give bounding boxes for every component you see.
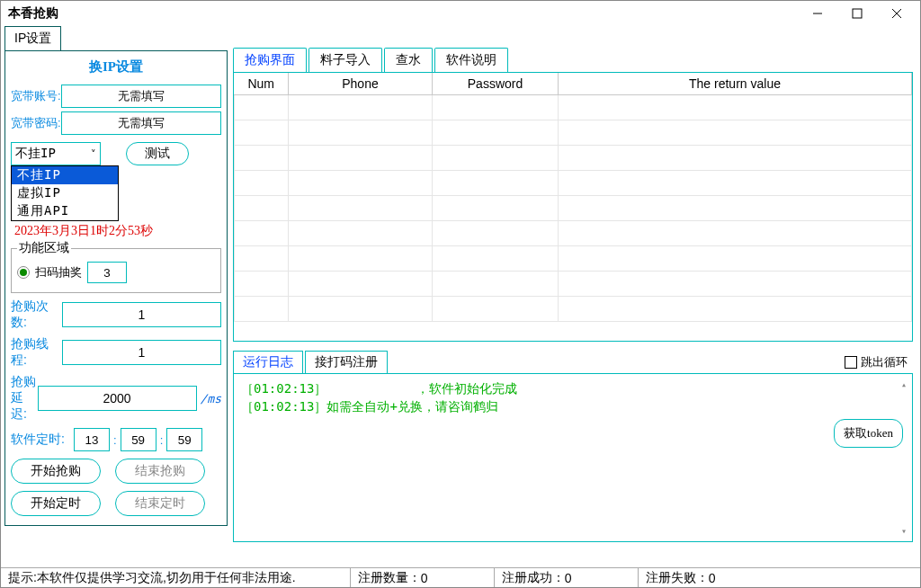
log-scrollbar[interactable]: ▴ ▾: [898, 379, 910, 536]
accounts-table[interactable]: Num Phone Password The return value: [233, 72, 913, 342]
th-phone: Phone: [289, 73, 433, 95]
broadband-pwd-label: 宽带密码:: [11, 115, 61, 131]
test-button[interactable]: 测试: [126, 142, 189, 165]
ip-mode-option-2[interactable]: 通用API: [12, 202, 118, 220]
tab-import[interactable]: 料子导入: [308, 48, 382, 72]
break-loop-checkbox[interactable]: [845, 356, 857, 369]
tab-run-log[interactable]: 运行日志: [233, 351, 303, 373]
th-return: The return value: [559, 73, 912, 95]
status-reg-fail: 注册失败：0: [638, 568, 782, 587]
th-num: Num: [235, 73, 289, 95]
ip-mode-option-1[interactable]: 虚拟IP: [12, 184, 118, 202]
status-reg-count: 注册数量：0: [350, 568, 494, 587]
broadband-user-label: 宽带账号:: [11, 88, 61, 104]
svg-rect-1: [853, 9, 862, 18]
timer-label: 软件定时:: [11, 432, 74, 448]
minimize-button[interactable]: [798, 1, 837, 26]
tab-help[interactable]: 软件说明: [434, 48, 508, 72]
timer-hour[interactable]: [74, 428, 110, 451]
delay-unit: /ms: [201, 392, 221, 405]
ip-mode-dropdown: 不挂IP 虚拟IP 通用API: [11, 165, 119, 221]
log-box[interactable]: ［01:02:13］，软件初始化完成 ［01:02:13］如需全自动+兑换，请咨…: [233, 373, 913, 542]
ip-mode-select[interactable]: 不挂IP: [11, 142, 101, 165]
timer-sec[interactable]: [166, 428, 202, 451]
get-token-button[interactable]: 获取token: [834, 419, 903, 448]
stop-timer-button[interactable]: 结束定时: [115, 491, 205, 516]
broadband-pwd-input[interactable]: [61, 111, 221, 135]
function-group: 功能区域 扫码抽奖: [11, 248, 221, 293]
scan-lottery-label: 扫码抽奖: [35, 264, 82, 281]
titlebar: 本香抢购: [1, 1, 920, 26]
buy-delay-input[interactable]: [38, 386, 197, 411]
tab-ip-settings[interactable]: IP设置: [4, 26, 61, 50]
th-password: Password: [433, 73, 559, 95]
window-buttons: [798, 1, 917, 26]
status-tip: 提示:本软件仅提供学习交流,切勿用于任何非法用途.: [1, 568, 350, 587]
right-panel: 抢购界面 料子导入 查水 软件说明 Num Phone Password The…: [233, 48, 913, 566]
function-group-title: 功能区域: [17, 240, 71, 256]
scan-lottery-radio[interactable]: [17, 266, 30, 279]
ip-mode-option-0[interactable]: 不挂IP: [12, 166, 118, 184]
break-loop-label: 跳出循环: [861, 354, 908, 370]
ip-mode-selected: 不挂IP: [15, 146, 56, 162]
buy-count-input[interactable]: [62, 302, 221, 327]
start-buy-button[interactable]: 开始抢购: [11, 459, 101, 484]
scroll-down-icon: ▾: [901, 526, 907, 536]
tab-check[interactable]: 查水: [384, 48, 433, 72]
status-reg-ok: 注册成功：0: [494, 568, 638, 587]
tab-captcha-reg[interactable]: 接打码注册: [305, 351, 388, 373]
timer-min[interactable]: [121, 428, 156, 451]
status-bar: 提示:本软件仅提供学习交流,切勿用于任何非法用途. 注册数量：0 注册成功：0 …: [1, 567, 920, 587]
stop-buy-button[interactable]: 结束抢购: [115, 459, 205, 484]
start-timer-button[interactable]: 开始定时: [11, 491, 101, 516]
buy-thread-label: 抢购线程:: [11, 336, 62, 369]
buy-delay-label: 抢购延迟:: [11, 374, 38, 423]
buy-thread-input[interactable]: [62, 340, 221, 365]
window-title: 本香抢购: [8, 5, 58, 22]
scan-lottery-value[interactable]: [87, 262, 127, 283]
tab-buy-ui[interactable]: 抢购界面: [233, 48, 307, 72]
left-panel: IP设置 换IP设置 宽带账号: 宽带密码: 不挂IP 不挂IP 虚拟IP 通用…: [4, 26, 228, 566]
ip-settings-title: 换IP设置: [11, 57, 221, 81]
broadband-user-input[interactable]: [61, 85, 221, 108]
buy-count-label: 抢购次数:: [11, 298, 62, 331]
scroll-up-icon: ▴: [901, 379, 907, 389]
maximize-button[interactable]: [837, 1, 877, 26]
close-button[interactable]: [877, 1, 917, 26]
